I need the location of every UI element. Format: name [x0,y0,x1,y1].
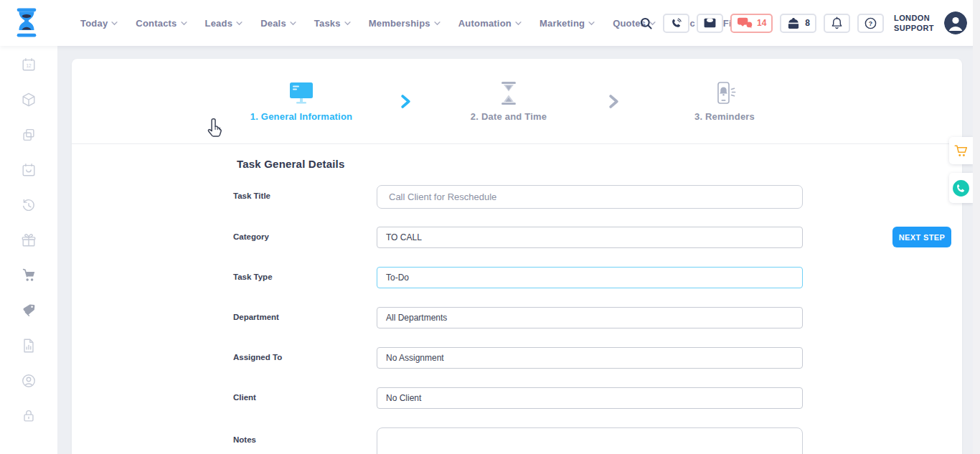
sidebar-item-products[interactable] [21,92,37,108]
sidebar-item-duplicates[interactable] [21,127,37,143]
sidebar-item-calendar[interactable]: 12 [21,57,37,72]
app-logo[interactable] [11,6,42,42]
chevron-down-icon [236,22,242,26]
wizard-step-label: 1. General Information [250,111,352,122]
wizard-step-general-information[interactable]: 1. General Information [219,81,384,122]
calendar-event-icon [21,162,37,178]
assigned-to-label: Assigned To [233,353,362,361]
help-button[interactable]: ? [857,14,884,33]
sidebar-item-rewards[interactable] [21,232,37,248]
reminder-bell-icon [712,81,737,105]
hourglass-icon [498,81,519,105]
nav-item-today[interactable]: Today [80,18,118,29]
wizard-step-label: 3. Reminders [694,111,755,122]
price-tags-icon [21,303,37,318]
history-clock-icon [21,197,37,213]
phone-circle-icon [952,179,970,197]
chevron-right-icon [608,95,619,108]
step-separator-1 [400,95,411,111]
sidebar-item-security[interactable] [21,408,37,424]
task-type-label: Task Type [233,273,362,281]
nav-item-automation[interactable]: Automation [458,18,522,29]
department-label: Department [233,313,362,321]
sidebar-item-bookings[interactable] [21,162,37,178]
task-wizard-card: 1. General Information 2. Date and Time [72,59,962,454]
floating-phone-button[interactable] [949,173,973,203]
client-label: Client [233,393,362,402]
header-actions: 14 8 ? LONDON SUPPORT [639,0,967,46]
gift-icon [21,232,37,248]
notes-label: Notes [233,435,362,444]
chevron-down-icon [344,22,351,26]
section-divider [72,143,962,144]
copy-icon [21,127,37,143]
floating-cart-button[interactable] [949,137,973,164]
hourglass-logo-icon [11,6,42,39]
help-icon: ? [864,16,877,30]
shopping-cart-icon [21,268,37,283]
nav-item-deals[interactable]: Deals [260,18,296,29]
sidebar-item-tags[interactable] [21,303,37,318]
chevron-down-icon [434,22,440,26]
department-select[interactable]: All Departments [377,307,803,328]
sidebar-item-history[interactable] [21,197,37,213]
monitor-icon [288,81,315,105]
assigned-to-select[interactable]: No Assignment [377,347,803,369]
chat-bubbles-icon [737,17,753,29]
nav-item-memberships[interactable]: Memberships [369,18,440,29]
sidebar-item-reports[interactable] [21,338,37,354]
task-title-input[interactable] [377,185,803,209]
cart-icon [953,144,969,158]
call-button[interactable] [663,14,689,33]
orders-badge: 8 [805,18,810,28]
inbox-button[interactable] [697,14,723,33]
notifications-button[interactable] [824,14,850,33]
search-icon [639,16,653,30]
nav-item-leads[interactable]: Leads [205,18,243,29]
notes-textarea[interactable] [377,427,803,454]
svg-text:?: ? [869,19,872,27]
wizard-step-label: 2. Date and Time [471,111,547,122]
inbox-icon [703,17,717,29]
chevron-down-icon [181,22,187,26]
messages-button[interactable]: 14 [730,14,773,33]
search-button[interactable] [639,16,653,30]
wizard-step-reminders[interactable]: 3. Reminders [642,81,807,122]
svg-text:12: 12 [26,63,32,68]
main-content: 1. General Information 2. Date and Time [57,46,973,454]
basket-icon [786,17,801,29]
avatar-person-icon [944,11,967,34]
top-header: Today Contacts Leads Deals Tasks Members… [0,0,980,46]
task-type-select[interactable]: To-Do [377,267,803,288]
phone-volume-icon [670,17,682,29]
lock-icon [21,408,37,424]
chevron-right-icon [400,95,411,108]
category-select[interactable]: TO CALL [377,227,803,248]
user-circle-icon [21,373,37,389]
form-title: Task General Details [237,158,344,170]
orders-button[interactable]: 8 [780,14,816,33]
report-document-icon [21,338,37,354]
next-step-button[interactable]: NEXT STEP [892,227,951,247]
chevron-down-icon [290,22,296,26]
category-label: Category [233,232,362,241]
chevron-down-icon [515,22,522,26]
nav-item-tasks[interactable]: Tasks [314,18,351,29]
bell-icon [831,16,843,30]
nav-item-marketing[interactable]: Marketing [540,18,595,29]
chevron-down-icon [588,22,595,26]
task-title-label: Task Title [233,191,362,200]
sidebar-item-users[interactable] [21,373,37,389]
user-name[interactable]: LONDON SUPPORT [894,13,934,34]
client-select[interactable]: No Client [377,387,803,409]
scrollbar-track [973,0,980,454]
sidebar-item-cart[interactable] [21,268,37,283]
nav-item-contacts[interactable]: Contacts [136,18,187,29]
left-sidebar: 12 [0,46,57,454]
calendar-icon: 12 [21,57,37,72]
messages-badge: 14 [757,18,766,28]
cube-icon [21,92,37,108]
chevron-down-icon [111,22,118,26]
wizard-step-date-and-time[interactable]: 2. Date and Time [426,81,591,122]
user-avatar[interactable] [944,11,967,34]
